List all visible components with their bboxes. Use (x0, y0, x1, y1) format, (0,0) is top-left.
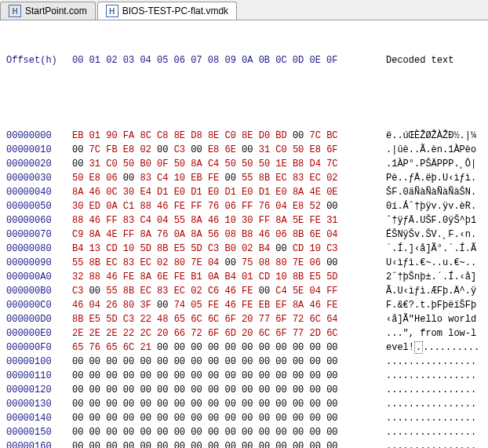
decoded: .1ÀP°.PŠÄPPP.¸Ô| (386, 157, 476, 171)
bytes: 8A 46 0C 30 E4 D1 E0 D1 E0 D1 E0 D1 E0 8… (72, 185, 386, 199)
decoded: .|ûè..Ã.èn.1ÀPèo (386, 143, 476, 157)
hex-row[interactable]: 0000005030 ED 0A C1 88 46 FE FF 76 06 FF… (6, 199, 482, 213)
offset: 00000140 (6, 411, 72, 425)
decoded: F.&€?.t.þFþëïŠFþ (386, 298, 476, 312)
decoded: ˆ†ÿƒÄ.UŠF.0ÿŠ^þ1 (386, 213, 476, 228)
hex-row[interactable]: 0000006088 46 FF 83 C4 04 55 8A 46 10 30… (6, 213, 482, 228)
decoded: Ã.U‹ìƒì.ÆFþ.Ä^.ÿ (386, 284, 476, 298)
offset: 00000030 (6, 171, 72, 185)
decoded: ‹å]Ã"Hello world (386, 312, 476, 326)
hex-row[interactable]: 000000F065 76 65 6C 21 00 00 00 00 00 00… (6, 341, 482, 355)
header-offset: Offset(h) (6, 53, 72, 67)
hex-row[interactable]: 00000000EB 01 90 FA 8C C8 8E D8 8E C0 8E… (6, 129, 482, 143)
bytes: 55 8B EC 83 EC 02 80 7E 04 00 75 08 80 7… (72, 256, 386, 270)
decoded: ................ (386, 439, 476, 448)
bytes: 8B E5 5D C3 22 48 65 6C 6C 6F 20 77 6F 7… (72, 312, 386, 326)
decoded: ................ (386, 425, 476, 439)
header-row: Offset(h) 00 01 02 03 04 05 06 07 08 09 … (6, 53, 482, 67)
bytes: C3 00 55 8B EC 83 EC 02 C6 46 FE 00 C4 5… (72, 284, 386, 298)
decoded: ´.Í.]‹å]Ã°.´.Í.Ã (386, 242, 476, 256)
file-icon: H (106, 5, 118, 17)
hex-row[interactable]: 0000014000 00 00 00 00 00 00 00 00 00 00… (6, 411, 482, 425)
offset: 00000150 (6, 425, 72, 439)
bytes: 00 00 00 00 00 00 00 00 00 00 00 00 00 0… (72, 369, 386, 383)
hex-row[interactable]: 000000E02E 2E 2E 22 2C 20 66 72 6F 6D 20… (6, 326, 482, 341)
offset: 00000120 (6, 383, 72, 397)
offset: 00000050 (6, 199, 72, 213)
hex-row[interactable]: 0000016000 00 00 00 00 00 00 00 00 00 00… (6, 439, 482, 448)
decoded: ÉŠNÿŠv.ŠV.¸F.‹n. (386, 228, 476, 242)
bytes: 88 46 FF 83 C4 04 55 8A 46 10 30 FF 8A 5… (72, 213, 386, 228)
offset: 000000F0 (6, 341, 72, 355)
offset: 00000020 (6, 157, 72, 171)
bytes: B4 13 CD 10 5D 8B E5 5D C3 B0 02 B4 00 C… (72, 242, 386, 256)
header-decoded: Decoded text (386, 53, 453, 67)
tab[interactable]: HStartPoint.com (0, 2, 96, 20)
bytes: 65 76 65 6C 21 00 00 00 00 00 00 00 00 0… (72, 341, 386, 355)
offset: 00000060 (6, 213, 72, 228)
hex-row[interactable]: 0000012000 00 00 00 00 00 00 00 00 00 00… (6, 383, 482, 397)
bytes: 00 00 00 00 00 00 00 00 00 00 00 00 00 0… (72, 383, 386, 397)
decoded: ................ (386, 369, 476, 383)
offset: 00000100 (6, 355, 72, 369)
offset: 00000160 (6, 439, 72, 448)
hex-row[interactable]: 00000080B4 13 CD 10 5D 8B E5 5D C3 B0 02… (6, 242, 482, 256)
bytes: 00 00 00 00 00 00 00 00 00 00 00 00 00 0… (72, 397, 386, 411)
decoded: ................ (386, 397, 476, 411)
bytes: 00 00 00 00 00 00 00 00 00 00 00 00 00 0… (72, 355, 386, 369)
header-cols: 00 01 02 03 04 05 06 07 08 09 0A 0B 0C 0… (72, 53, 386, 67)
decoded: 0í.Áˆ†þÿv.ÿv.èR. (386, 199, 476, 213)
decoded: 2ˆ†þŠnþ±.´.Í.‹å] (386, 270, 476, 284)
offset: 000000E0 (6, 326, 72, 341)
hex-row[interactable]: 0000002000 31 C0 50 B0 0F 50 8A C4 50 50… (6, 157, 482, 171)
offset: 000000C0 (6, 298, 72, 312)
hex-row[interactable]: 000000B0C3 00 55 8B EC 83 EC 02 C6 46 FE… (6, 284, 482, 298)
tab-label: StartPoint.com (25, 5, 87, 16)
offset: 000000A0 (6, 270, 72, 284)
hex-row[interactable]: 000000408A 46 0C 30 E4 D1 E0 D1 E0 D1 E0… (6, 185, 482, 199)
offset: 00000080 (6, 242, 72, 256)
bytes: 50 E8 06 00 83 C4 10 EB FE 00 55 8B EC 8… (72, 171, 386, 185)
decoded: ë..úŒÈŽØŽÀŽĐ½.|¼ (386, 129, 476, 143)
hex-row[interactable]: 0000009055 8B EC 83 EC 02 80 7E 04 00 75… (6, 256, 482, 270)
offset: 00000090 (6, 256, 72, 270)
hex-row[interactable]: 0000011000 00 00 00 00 00 00 00 00 00 00… (6, 369, 482, 383)
hex-row[interactable]: 0000015000 00 00 00 00 00 00 00 00 00 00… (6, 425, 482, 439)
bytes: 32 88 46 FE 8A 6E FE B1 0A B4 01 CD 10 8… (72, 270, 386, 284)
bytes: 2E 2E 2E 22 2C 20 66 72 6F 6D 20 6C 6F 7… (72, 326, 386, 341)
bytes: C9 8A 4E FF 8A 76 0A 8A 56 08 B8 46 06 8… (72, 228, 386, 242)
hex-row[interactable]: 000000D08B E5 5D C3 22 48 65 6C 6C 6F 20… (6, 312, 482, 326)
offset: 00000130 (6, 397, 72, 411)
decoded: ................ (386, 355, 476, 369)
decoded: ŠF.0äÑàÑàÑàÑàŠN. (386, 185, 476, 199)
hex-row[interactable]: 000000C046 04 26 80 3F 00 74 05 FE 46 FE… (6, 298, 482, 312)
decoded: Pè..ƒÄ.ëþ.U‹ìƒì. (386, 171, 476, 185)
bytes: 30 ED 0A C1 88 46 FE FF 76 06 FF 76 04 E… (72, 199, 386, 213)
hex-row[interactable]: 000000A032 88 46 FE 8A 6E FE B1 0A B4 01… (6, 270, 482, 284)
offset: 00000000 (6, 129, 72, 143)
hex-row[interactable]: 0000010000 00 00 00 00 00 00 00 00 00 00… (6, 355, 482, 369)
decoded: ...", from low-l (386, 326, 476, 341)
bytes: EB 01 90 FA 8C C8 8E D8 8E C0 8E D0 BD 0… (72, 129, 386, 143)
cursor: . (414, 341, 423, 354)
bytes: 00 00 00 00 00 00 00 00 00 00 00 00 00 0… (72, 439, 386, 448)
file-icon: H (9, 5, 21, 17)
bytes: 00 00 00 00 00 00 00 00 00 00 00 00 00 0… (72, 411, 386, 425)
hex-viewer: Offset(h) 00 01 02 03 04 05 06 07 08 09 … (0, 20, 488, 448)
hex-row[interactable]: 0000003050 E8 06 00 83 C4 10 EB FE 00 55… (6, 171, 482, 185)
offset: 00000010 (6, 143, 72, 157)
decoded: U‹ìƒì.€~..u.€~.. (386, 256, 476, 270)
bytes: 00 00 00 00 00 00 00 00 00 00 00 00 00 0… (72, 425, 386, 439)
bytes: 46 04 26 80 3F 00 74 05 FE 46 FE EB EF 8… (72, 298, 386, 312)
decoded: evel!........... (386, 341, 479, 355)
hex-row[interactable]: 00000070C9 8A 4E FF 8A 76 0A 8A 56 08 B8… (6, 228, 482, 242)
hex-row[interactable]: 0000001000 7C FB E8 02 00 C3 00 E8 6E 00… (6, 143, 482, 157)
bytes: 00 31 C0 50 B0 0F 50 8A C4 50 50 50 1E B… (72, 157, 386, 171)
tab-label: BIOS-TEST-PC-flat.vmdk (122, 5, 228, 16)
tab[interactable]: HBIOS-TEST-PC-flat.vmdk (97, 2, 237, 20)
offset: 00000110 (6, 369, 72, 383)
offset: 00000070 (6, 228, 72, 242)
tab-bar: HStartPoint.comHBIOS-TEST-PC-flat.vmdk (0, 0, 488, 20)
offset: 000000D0 (6, 312, 72, 326)
hex-row[interactable]: 0000013000 00 00 00 00 00 00 00 00 00 00… (6, 397, 482, 411)
